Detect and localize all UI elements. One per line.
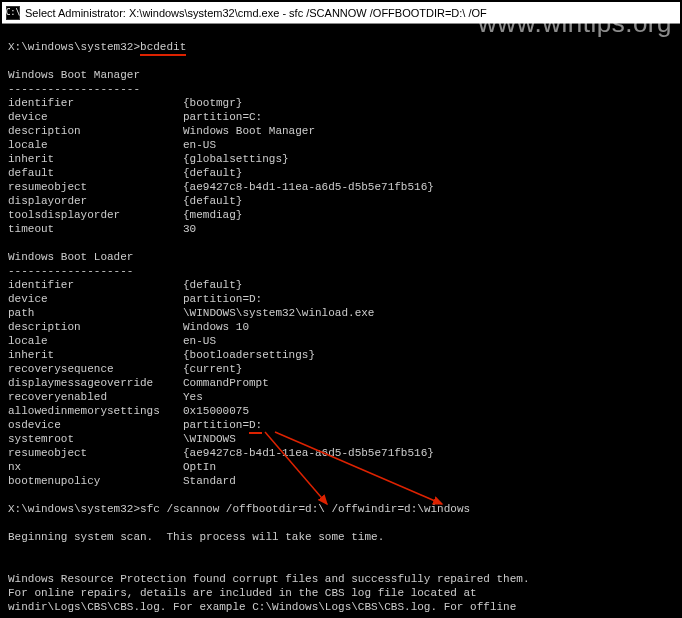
bl-key: identifier [8,278,183,292]
bm-key: device [8,110,183,124]
section-header: Windows Boot Manager [8,69,140,81]
bl-key: bootmenupolicy [8,474,183,488]
bl-val: Standard [183,475,236,487]
bm-val: {bootmgr} [183,97,242,109]
scan-result-line: For online repairs, details are included… [8,587,477,599]
bl-val: Windows 10 [183,321,249,333]
bl-key: nx [8,460,183,474]
bl-val: {current} [183,363,242,375]
bl-val: {ae9427c8-b4d1-11ea-a6d5-d5b5e71fb516} [183,447,434,459]
bl-key: systemroot [8,432,183,446]
scan-result-line: Windows Resource Protection found corrup… [8,573,530,585]
typed-command-bcdedit: bcdedit [140,41,186,56]
bl-val: {bootloadersettings} [183,349,315,361]
bm-val: Windows Boot Manager [183,125,315,137]
prompt-line: X:\windows\system32> [8,503,140,515]
section-header: Windows Boot Loader [8,251,133,263]
bl-key: allowedinmemorysettings [8,404,183,418]
scan-beginning: Beginning system scan. This process will… [8,531,384,543]
bl-val: en-US [183,335,216,347]
console-output[interactable]: X:\windows\system32>bcdedit Windows Boot… [2,24,680,616]
bm-key: description [8,124,183,138]
prompt-line: X:\windows\system32> [8,41,140,53]
bl-key: resumeobject [8,446,183,460]
window-title: Select Administrator: X:\windows\system3… [25,7,487,19]
bl-key: recoveryenabled [8,390,183,404]
cmd-icon: C:\ [6,6,20,20]
section-rule: -------------------- [8,83,140,95]
bm-val: en-US [183,139,216,151]
bm-key: resumeobject [8,180,183,194]
window-titlebar: C:\ Select Administrator: X:\windows\sys… [2,2,680,24]
section-rule: ------------------- [8,265,133,277]
bl-key: description [8,320,183,334]
bm-val: partition=C: [183,111,262,123]
scan-result-line: windir\Logs\CBS\CBS.log. For example C:\… [8,601,516,613]
bm-val: 30 [183,223,196,235]
bm-key: toolsdisplayorder [8,208,183,222]
bl-key: inherit [8,348,183,362]
bm-key: inherit [8,152,183,166]
svg-line-0 [265,432,327,504]
scan-result-line: repairs, details are included in the log… [8,615,530,616]
bl-val: partition=D: [183,293,262,305]
bl-val: OptIn [183,461,216,473]
bl-key: displaymessageoverride [8,376,183,390]
bm-key: displayorder [8,194,183,208]
bl-val: \WINDOWS\system32\winload.exe [183,307,374,319]
bm-val: {default} [183,195,242,207]
bm-val: {globalsettings} [183,153,289,165]
bm-key: locale [8,138,183,152]
bm-val: {ae9427c8-b4d1-11ea-a6d5-d5b5e71fb516} [183,181,434,193]
bl-val: 0x15000075 [183,405,249,417]
bl-key: path [8,306,183,320]
bm-key: default [8,166,183,180]
bl-key: osdevice [8,418,183,432]
bl-key: locale [8,334,183,348]
bm-val: {memdiag} [183,209,242,221]
bl-key: recoverysequence [8,362,183,376]
bl-val: CommandPrompt [183,377,269,389]
bm-val: {default} [183,167,242,179]
bm-key: identifier [8,96,183,110]
bl-val: \WINDOWS [183,433,236,445]
typed-command-sfc: sfc /scannow /offbootdir=d:\ /offwindir=… [140,503,470,515]
osdevice-drive-highlight: D: [249,419,262,434]
bl-val: {default} [183,279,242,291]
bl-key: device [8,292,183,306]
svg-line-1 [275,432,442,504]
bm-key: timeout [8,222,183,236]
bl-val: Yes [183,391,203,403]
